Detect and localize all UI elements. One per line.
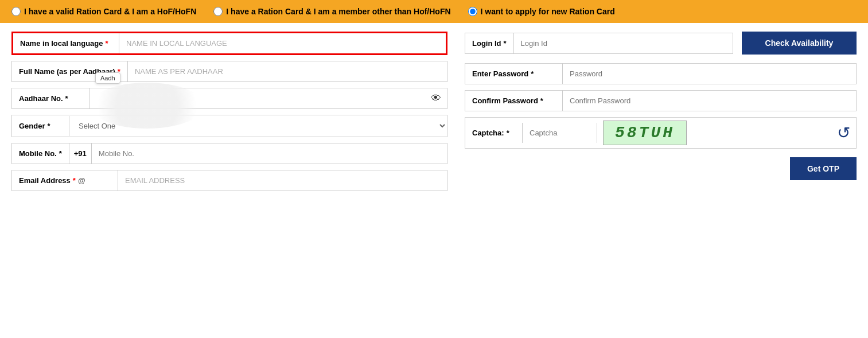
- at-icon: @: [78, 176, 85, 185]
- password-row: Enter Password *: [465, 63, 857, 84]
- left-column: Name in local language * Full Name (as p…: [11, 32, 447, 197]
- captcha-label: Captcha: *: [465, 123, 523, 143]
- gender-required: *: [48, 122, 50, 130]
- name-local-row: Name in local language *: [11, 32, 447, 55]
- email-input[interactable]: [118, 170, 447, 191]
- radio-label-3: I want to apply for new Ration Card: [481, 7, 615, 16]
- radio-input-3[interactable]: [468, 7, 477, 16]
- aadhaar-row: Aadhaar No. * Aadh 👁: [11, 88, 447, 109]
- radio-option-2[interactable]: I have a Ration Card & I am a member oth…: [213, 7, 450, 16]
- confirm-password-input[interactable]: [563, 91, 856, 111]
- aadhaar-label: Aadhaar No. *: [12, 88, 89, 108]
- mobile-code: +91: [69, 143, 92, 164]
- gender-row: Gender * Select One Male Female Other: [11, 115, 447, 137]
- confirm-password-row: Confirm Password *: [465, 90, 857, 111]
- name-local-label: Name in local language *: [13, 33, 119, 53]
- name-aadhaar-label: Full Name (as per Aadhaar) *: [12, 61, 128, 81]
- mobile-row: Mobile No. * +91: [11, 143, 447, 164]
- aadhaar-input-wrap: Aadh 👁: [89, 88, 447, 108]
- email-label: Email Address * @: [12, 170, 118, 191]
- login-id-label: Login Id *: [465, 33, 514, 53]
- name-aadhaar-required: *: [118, 67, 120, 76]
- mobile-input[interactable]: [92, 143, 447, 164]
- refresh-icon[interactable]: ↺: [837, 123, 850, 142]
- captcha-required: *: [507, 129, 509, 137]
- password-input[interactable]: [563, 64, 856, 84]
- captcha-image-box: 58TUH ↺: [597, 118, 856, 148]
- password-label: Enter Password *: [465, 64, 563, 84]
- radio-input-1[interactable]: [11, 7, 21, 16]
- captcha-row: Captcha: * 58TUH ↺: [465, 117, 857, 149]
- gender-select[interactable]: Select One Male Female Other: [69, 115, 447, 137]
- login-field-box: Login Id *: [465, 33, 733, 54]
- mobile-label: Mobile No. *: [12, 143, 69, 164]
- radio-option-1[interactable]: I have a valid Ration Card & I am a HoF/…: [11, 7, 196, 16]
- aadhaar-input[interactable]: [89, 88, 425, 108]
- radio-input-2[interactable]: [213, 7, 223, 16]
- radio-label-1: I have a valid Ration Card & I am a HoF/…: [24, 7, 196, 16]
- right-column: Login Id * Check Availability Enter Pass…: [465, 32, 857, 197]
- radio-option-3[interactable]: I want to apply for new Ration Card: [468, 7, 615, 16]
- name-aadhaar-row: Full Name (as per Aadhaar) *: [11, 61, 447, 82]
- check-availability-button[interactable]: Check Availability: [742, 32, 857, 55]
- confirm-password-label: Confirm Password *: [465, 91, 563, 111]
- email-required: *: [73, 176, 76, 185]
- login-id-input[interactable]: [514, 33, 733, 53]
- radio-label-2: I have a Ration Card & I am a member oth…: [226, 7, 450, 16]
- aadhaar-required: *: [65, 94, 68, 103]
- email-row: Email Address * @: [11, 170, 447, 191]
- name-local-required: *: [106, 39, 108, 48]
- captcha-input[interactable]: [523, 123, 597, 143]
- gender-label: Gender *: [12, 116, 69, 136]
- name-aadhaar-input[interactable]: [128, 61, 447, 81]
- mobile-required: *: [59, 149, 62, 158]
- password-required: *: [531, 69, 534, 78]
- captcha-text: 58TUH: [603, 121, 687, 145]
- get-otp-wrap: Get OTP: [465, 157, 857, 180]
- radio-bar: I have a valid Ration Card & I am a HoF/…: [0, 0, 868, 23]
- eye-icon[interactable]: 👁: [425, 92, 447, 104]
- login-row: Login Id * Check Availability: [465, 32, 857, 55]
- get-otp-button[interactable]: Get OTP: [790, 157, 857, 180]
- login-id-required: *: [504, 39, 507, 48]
- confirm-password-required: *: [540, 96, 543, 105]
- main-content: Name in local language * Full Name (as p…: [0, 23, 868, 205]
- name-local-input[interactable]: [119, 33, 446, 53]
